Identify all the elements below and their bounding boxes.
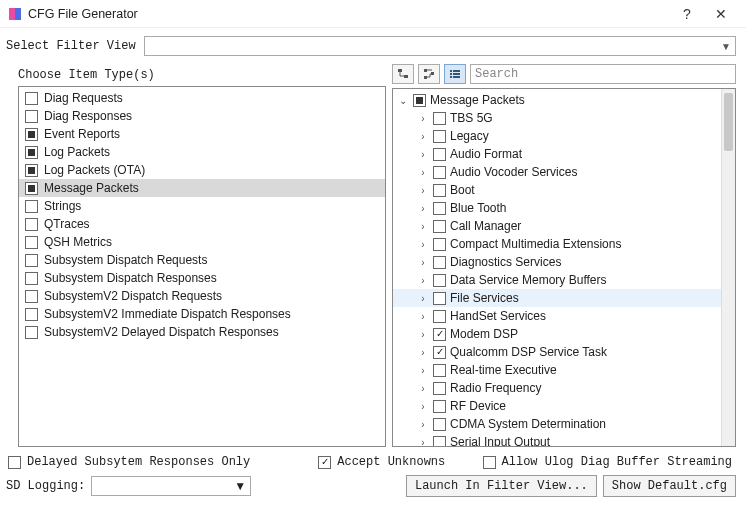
tree-item[interactable]: ›File Services	[393, 289, 721, 307]
tree-checkbox[interactable]	[433, 364, 446, 377]
tree-item[interactable]: ›CDMA System Determination	[393, 415, 721, 433]
delayed-checkbox[interactable]	[8, 456, 21, 469]
tree-scrollbar[interactable]	[721, 89, 735, 446]
tree-checkbox[interactable]	[433, 130, 446, 143]
expander-icon[interactable]: ›	[417, 131, 429, 142]
expander-icon[interactable]: ›	[417, 221, 429, 232]
sd-logging-combo[interactable]: ▼	[91, 476, 251, 496]
item-type-row[interactable]: Subsystem Dispatch Requests	[19, 251, 385, 269]
tree-checkbox[interactable]	[433, 148, 446, 161]
item-type-checkbox[interactable]	[25, 236, 38, 249]
tree-item[interactable]: ›Real-time Executive	[393, 361, 721, 379]
expander-icon[interactable]: ›	[417, 149, 429, 160]
tree-checkbox[interactable]	[433, 202, 446, 215]
expander-icon[interactable]: ›	[417, 365, 429, 376]
scrollbar-thumb[interactable]	[724, 93, 733, 151]
tree-checkbox[interactable]	[433, 184, 446, 197]
tree-item[interactable]: ›Legacy	[393, 127, 721, 145]
tree-item[interactable]: ›Blue Tooth	[393, 199, 721, 217]
expander-icon[interactable]: ›	[417, 203, 429, 214]
item-type-checkbox[interactable]	[25, 182, 38, 195]
item-type-row[interactable]: Event Reports	[19, 125, 385, 143]
tree-checkbox[interactable]	[433, 310, 446, 323]
expander-icon[interactable]: ›	[417, 437, 429, 447]
tree-item[interactable]: ›Radio Frequency	[393, 379, 721, 397]
expander-icon[interactable]: ›	[417, 167, 429, 178]
tree-checkbox[interactable]	[433, 400, 446, 413]
tree-checkbox[interactable]	[433, 166, 446, 179]
item-type-checkbox[interactable]	[25, 290, 38, 303]
expander-icon[interactable]: ›	[417, 113, 429, 124]
tree-checkbox[interactable]	[433, 418, 446, 431]
tree-item[interactable]: ›Audio Format	[393, 145, 721, 163]
tree-checkbox[interactable]	[433, 112, 446, 125]
item-type-checkbox[interactable]	[25, 326, 38, 339]
tree-checkbox[interactable]	[433, 382, 446, 395]
toolbar-tree2-button[interactable]	[418, 64, 440, 84]
expander-icon[interactable]: ›	[417, 311, 429, 322]
item-type-row[interactable]: QTraces	[19, 215, 385, 233]
item-type-row[interactable]: SubsystemV2 Dispatch Requests	[19, 287, 385, 305]
tree-checkbox[interactable]	[433, 274, 446, 287]
tree-checkbox[interactable]	[413, 94, 426, 107]
expander-icon[interactable]: ›	[417, 347, 429, 358]
message-tree[interactable]: ⌄Message Packets›TBS 5G›Legacy›Audio For…	[393, 89, 721, 446]
tree-checkbox[interactable]	[433, 346, 446, 359]
expander-icon[interactable]: ›	[417, 329, 429, 340]
item-type-row[interactable]: Subsystem Dispatch Responses	[19, 269, 385, 287]
help-button[interactable]: ?	[670, 2, 704, 26]
tree-item[interactable]: ›TBS 5G	[393, 109, 721, 127]
item-type-row[interactable]: Message Packets	[19, 179, 385, 197]
expander-icon[interactable]: ›	[417, 419, 429, 430]
expander-icon[interactable]: ›	[417, 239, 429, 250]
tree-checkbox[interactable]	[433, 220, 446, 233]
expander-icon[interactable]: ›	[417, 257, 429, 268]
toolbar-tree-button[interactable]	[392, 64, 414, 84]
tree-item[interactable]: ›Compact Multimedia Extensions	[393, 235, 721, 253]
item-type-checkbox[interactable]	[25, 308, 38, 321]
tree-checkbox[interactable]	[433, 436, 446, 447]
tree-item[interactable]: ›Diagnostics Services	[393, 253, 721, 271]
tree-item[interactable]: ›Data Service Memory Buffers	[393, 271, 721, 289]
item-type-checkbox[interactable]	[25, 272, 38, 285]
expander-icon[interactable]: ›	[417, 383, 429, 394]
allow-checkbox[interactable]	[483, 456, 496, 469]
filter-combo[interactable]: ▼	[144, 36, 736, 56]
tree-checkbox[interactable]	[433, 256, 446, 269]
expander-icon[interactable]: ›	[417, 275, 429, 286]
item-type-checkbox[interactable]	[25, 146, 38, 159]
expander-icon[interactable]: ⌄	[397, 95, 409, 106]
tree-item[interactable]: ›RF Device	[393, 397, 721, 415]
tree-item[interactable]: ›Modem DSP	[393, 325, 721, 343]
item-type-row[interactable]: QSH Metrics	[19, 233, 385, 251]
item-type-row[interactable]: Diag Responses	[19, 107, 385, 125]
expander-icon[interactable]: ›	[417, 293, 429, 304]
item-type-checkbox[interactable]	[25, 200, 38, 213]
item-type-row[interactable]: Log Packets (OTA)	[19, 161, 385, 179]
tree-item[interactable]: ›Serial Input Output	[393, 433, 721, 446]
toolbar-list-button[interactable]	[444, 64, 466, 84]
tree-item[interactable]: ›Boot	[393, 181, 721, 199]
tree-item[interactable]: ›Audio Vocoder Services	[393, 163, 721, 181]
item-type-checkbox[interactable]	[25, 254, 38, 267]
item-type-row[interactable]: Diag Requests	[19, 89, 385, 107]
tree-checkbox[interactable]	[433, 328, 446, 341]
item-type-row[interactable]: SubsystemV2 Delayed Dispatch Responses	[19, 323, 385, 341]
item-types-list[interactable]: Diag RequestsDiag ResponsesEvent Reports…	[18, 86, 386, 447]
item-type-row[interactable]: Log Packets	[19, 143, 385, 161]
item-type-checkbox[interactable]	[25, 110, 38, 123]
item-type-checkbox[interactable]	[25, 92, 38, 105]
accept-checkbox[interactable]	[318, 456, 331, 469]
expander-icon[interactable]: ›	[417, 185, 429, 196]
item-type-checkbox[interactable]	[25, 218, 38, 231]
close-button[interactable]: ✕	[704, 2, 738, 26]
item-type-row[interactable]: Strings	[19, 197, 385, 215]
tree-item[interactable]: ›Call Manager	[393, 217, 721, 235]
tree-root[interactable]: ⌄Message Packets	[393, 91, 721, 109]
item-type-row[interactable]: SubsystemV2 Immediate Dispatch Responses	[19, 305, 385, 323]
tree-checkbox[interactable]	[433, 292, 446, 305]
expander-icon[interactable]: ›	[417, 401, 429, 412]
search-input[interactable]: Search	[470, 64, 736, 84]
tree-item[interactable]: ›Qualcomm DSP Service Task	[393, 343, 721, 361]
launch-button[interactable]: Launch In Filter View...	[406, 475, 597, 497]
